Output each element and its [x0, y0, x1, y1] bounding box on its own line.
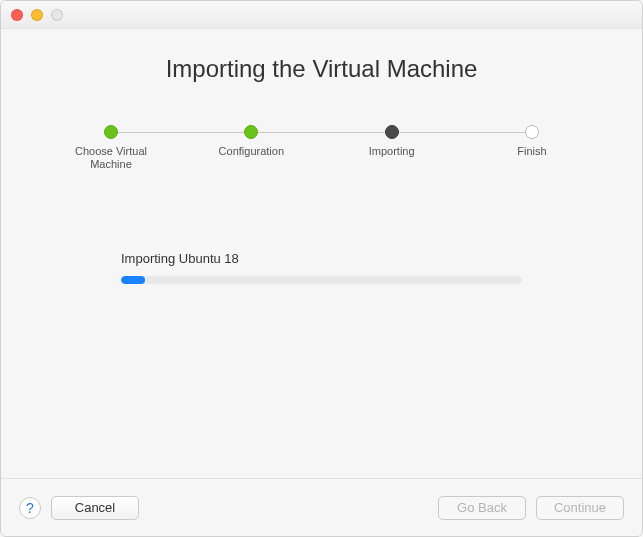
- wizard-stepper: Choose Virtual MachineConfigurationImpor…: [61, 125, 582, 171]
- step-label: Choose Virtual Machine: [75, 145, 147, 171]
- step-dot-icon: [104, 125, 118, 139]
- continue-button: Continue: [536, 496, 624, 520]
- titlebar: [1, 1, 642, 29]
- progress-fill: [121, 276, 145, 284]
- step-label: Finish: [517, 145, 546, 158]
- window-close-button[interactable]: [11, 9, 23, 21]
- window-minimize-button[interactable]: [31, 9, 43, 21]
- step-dot-icon: [244, 125, 258, 139]
- progress-label: Importing Ubuntu 18: [121, 251, 522, 266]
- step-label: Importing: [369, 145, 415, 158]
- step-label: Configuration: [219, 145, 284, 158]
- progress-bar: [121, 276, 522, 284]
- window-zoom-button: [51, 9, 63, 21]
- cancel-button[interactable]: Cancel: [51, 496, 139, 520]
- goback-button: Go Back: [438, 496, 526, 520]
- step-dot-icon: [385, 125, 399, 139]
- step-track: [399, 132, 525, 133]
- help-icon: ?: [26, 500, 34, 516]
- progress-area: Importing Ubuntu 18: [121, 251, 522, 284]
- page-title: Importing the Virtual Machine: [1, 55, 642, 83]
- footer: ? Cancel Go Back Continue: [1, 478, 642, 536]
- step-dot-icon: [525, 125, 539, 139]
- content-area: Importing the Virtual Machine Choose Vir…: [1, 55, 642, 504]
- help-button[interactable]: ?: [19, 497, 41, 519]
- step-track: [258, 132, 384, 133]
- step-track: [118, 132, 244, 133]
